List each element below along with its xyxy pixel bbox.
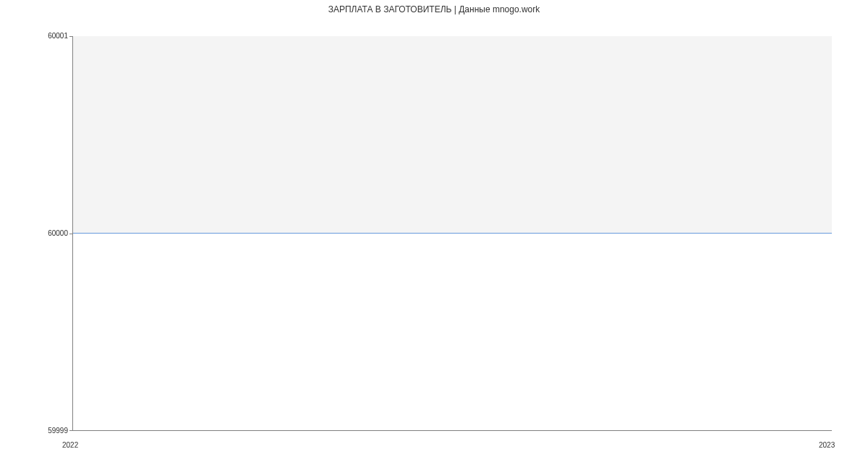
plot-area xyxy=(72,36,832,431)
y-label-bot: 59999 xyxy=(10,427,68,435)
y-tick-bot xyxy=(69,430,72,431)
y-tick-top xyxy=(69,36,72,37)
chart-title: ЗАРПЛАТА В ЗАГОТОВИТЕЛЬ | Данные mnogo.w… xyxy=(0,4,868,14)
x-label-right: 2023 xyxy=(819,441,835,449)
shaded-band xyxy=(73,36,832,234)
y-label-mid: 60000 xyxy=(10,229,68,237)
x-label-left: 2022 xyxy=(62,441,78,449)
chart-container: ЗАРПЛАТА В ЗАГОТОВИТЕЛЬ | Данные mnogo.w… xyxy=(0,0,868,470)
y-tick-mid xyxy=(69,234,72,234)
data-line xyxy=(73,233,832,234)
y-label-top: 60001 xyxy=(10,32,68,40)
